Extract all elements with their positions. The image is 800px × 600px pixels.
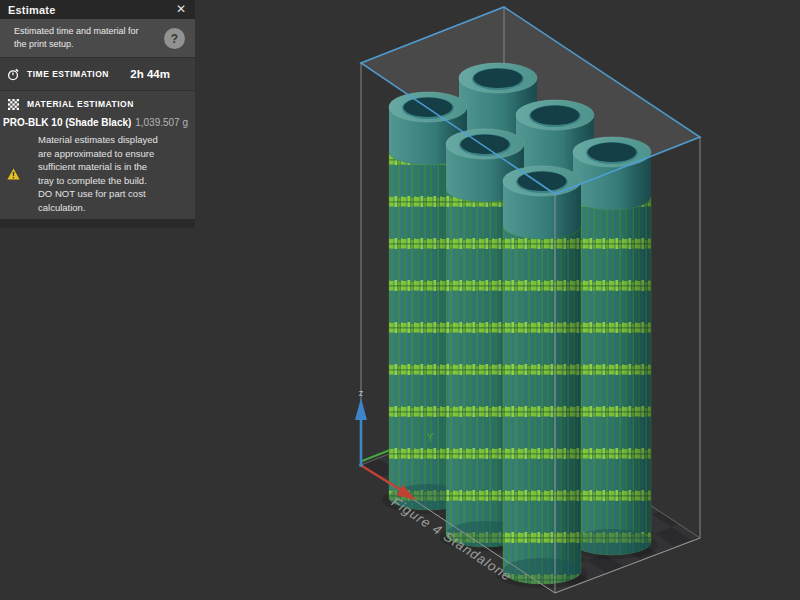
material-name: PRO-BLK 10 (Shade Black): [3, 117, 135, 128]
help-button[interactable]: ?: [164, 28, 185, 49]
parts-layer: [382, 63, 658, 588]
estimate-panel-header: Estimate ✕: [0, 0, 195, 19]
part-tube-6[interactable]: [496, 166, 588, 588]
material-warning: Material estimates displayed are approxi…: [0, 131, 195, 214]
time-estimation-row: TIME ESTIMATION 2h 44m: [0, 57, 195, 90]
warning-icon: [7, 168, 20, 180]
tube-hole: [474, 68, 523, 88]
axis-z-label: z: [359, 388, 364, 398]
close-icon[interactable]: ✕: [171, 0, 191, 19]
tube-base: [573, 529, 651, 555]
material-row: PRO-BLK 10 (Shade Black) 1,039.507 g: [0, 114, 195, 131]
help-icon: ?: [171, 32, 178, 46]
material-estimation-header: MATERIAL ESTIMATION: [0, 91, 195, 114]
material-warning-text: Material estimates displayed are approxi…: [38, 133, 158, 214]
estimate-description-section: Estimated time and material for the prin…: [0, 19, 195, 57]
tube-hole: [404, 97, 453, 117]
material-estimation-section: MATERIAL ESTIMATION PRO-BLK 10 (Shade Bl…: [0, 90, 195, 219]
time-estimation-value: 2h 44m: [130, 68, 170, 80]
panel-title: Estimate: [8, 4, 171, 16]
estimate-description: Estimated time and material for the prin…: [14, 25, 153, 51]
time-estimation-label: TIME ESTIMATION: [27, 69, 130, 79]
tube-hole: [588, 142, 637, 162]
material-amount: 1,039.507 g: [135, 117, 188, 128]
tube-hole: [461, 134, 510, 154]
app-window: Y z Figure 4 Standalone Estimate ✕ Estim…: [0, 0, 800, 600]
tube-shading: [503, 166, 581, 584]
tube-shading: [573, 137, 651, 555]
tube-hole: [531, 105, 580, 125]
axis-origin: [359, 463, 363, 467]
estimate-panel: Estimate ✕ Estimated time and material f…: [0, 0, 195, 228]
panel-bottom-strip: [0, 219, 195, 228]
axis-y-label: Y: [427, 432, 434, 443]
material-estimation-label: MATERIAL ESTIMATION: [27, 99, 195, 109]
stopwatch-icon: [7, 68, 20, 81]
material-checker-icon: [8, 99, 19, 110]
